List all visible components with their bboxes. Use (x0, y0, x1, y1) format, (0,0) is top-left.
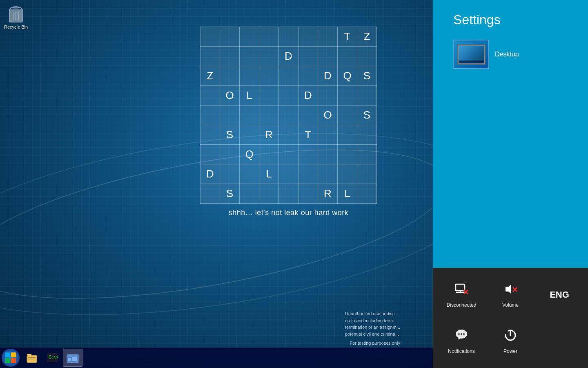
start-button[interactable] (2, 349, 20, 367)
puzzle-cell (338, 105, 357, 125)
puzzle-cell (357, 47, 377, 66)
puzzle-cell: L (240, 86, 259, 105)
puzzle-cell: D (298, 86, 318, 105)
warning-line3: termination of an assignm... (345, 325, 400, 330)
tray-volume[interactable]: Volume (498, 278, 523, 312)
desktop-tile[interactable]: Desktop (453, 40, 519, 69)
notifications-icon (454, 328, 469, 346)
puzzle-cell (279, 105, 298, 125)
puzzle-cell (338, 125, 357, 145)
warning-line4: potential civil and crimina... (345, 332, 399, 337)
puzzle-cell (240, 105, 259, 125)
puzzle-grid: TZDZDQSOLDOSSRTQDLSRL (200, 27, 377, 204)
puzzle-cell (240, 164, 259, 184)
puzzle-cell (279, 125, 298, 145)
tray-disconnected[interactable]: Disconnected (443, 278, 481, 312)
taskbar-filemanager[interactable] (63, 349, 82, 367)
puzzle-cell (338, 47, 357, 66)
svg-rect-18 (456, 284, 465, 291)
warning-line2: up to and including term... (345, 318, 397, 323)
puzzle-cell (200, 86, 220, 105)
settings-panel: Settings Desktop (433, 0, 588, 268)
puzzle-cell (298, 47, 318, 66)
puzzle-cell (338, 145, 357, 164)
puzzle-cell (240, 47, 259, 66)
puzzle-caption: shhh… let's not leak our hard work (200, 209, 377, 217)
puzzle-cell (357, 125, 377, 145)
puzzle-cell: O (318, 105, 338, 125)
puzzle-cell: D (279, 47, 298, 66)
svg-rect-7 (5, 358, 10, 363)
volume-icon (503, 282, 518, 300)
puzzle-cell: D (200, 164, 220, 184)
svg-rect-6 (11, 352, 16, 357)
puzzle-cell (240, 125, 259, 145)
puzzle-cell (338, 164, 357, 184)
desktop-tile-thumbnail (453, 40, 489, 69)
puzzle-cell (279, 145, 298, 164)
puzzle-cell (259, 47, 279, 66)
puzzle-cell: L (338, 184, 357, 204)
warning-line1: Unauthorized use or disc... (345, 311, 399, 316)
puzzle-cell (357, 164, 377, 184)
puzzle-cell: Z (200, 66, 220, 86)
desktop-tile-label: Desktop (495, 51, 519, 58)
svg-text:C:\>: C:\> (49, 355, 58, 359)
taskbar-explorer[interactable] (22, 349, 42, 367)
puzzle-cell (200, 47, 220, 66)
svg-rect-8 (11, 358, 16, 363)
puzzle-cell: S (357, 66, 377, 86)
puzzle-cell (240, 66, 259, 86)
tray-notifications[interactable]: Notifications (444, 324, 479, 358)
puzzle-cell (200, 184, 220, 204)
svg-point-29 (461, 333, 462, 335)
puzzle-cell (220, 145, 240, 164)
puzzle-cell (357, 184, 377, 204)
tray-language[interactable]: ENG (546, 285, 573, 304)
desktop: Recycle Bin TZDZDQSOLDOSSRTQDLSRL shhh… … (0, 0, 433, 368)
puzzle-cell (318, 86, 338, 105)
puzzle-cell: R (259, 125, 279, 145)
puzzle-container: TZDZDQSOLDOSSRTQDLSRL shhh… let's not le… (200, 27, 377, 217)
svg-rect-15 (67, 355, 72, 357)
tray-panel: Disconnected Volume ENG (433, 268, 588, 368)
taskbar-cmd[interactable]: C:\> (42, 349, 62, 367)
svg-rect-1 (13, 7, 18, 8)
puzzle-cell (259, 66, 279, 86)
puzzle-cell (318, 27, 338, 47)
tray-power[interactable]: Power (499, 324, 522, 358)
svg-rect-5 (5, 352, 10, 357)
svg-point-30 (463, 333, 465, 335)
puzzle-cell (259, 145, 279, 164)
puzzle-cell: Q (338, 66, 357, 86)
puzzle-cell: T (338, 27, 357, 47)
puzzle-cell: L (259, 164, 279, 184)
puzzle-cell (298, 105, 318, 125)
puzzle-cell: S (220, 184, 240, 204)
puzzle-cell (298, 184, 318, 204)
testing-label: For testing purposes only (350, 341, 400, 346)
puzzle-cell (279, 184, 298, 204)
taskbar: C:\> (0, 348, 433, 368)
puzzle-cell (200, 105, 220, 125)
puzzle-cell (220, 164, 240, 184)
puzzle-cell (298, 66, 318, 86)
puzzle-cell: Z (357, 27, 377, 47)
puzzle-cell: R (318, 184, 338, 204)
puzzle-cell (220, 27, 240, 47)
puzzle-cell (259, 27, 279, 47)
recycle-bin-icon[interactable]: Recycle Bin (4, 4, 28, 29)
puzzle-cell: O (220, 86, 240, 105)
puzzle-cell (200, 145, 220, 164)
puzzle-cell (279, 86, 298, 105)
puzzle-cell (240, 184, 259, 204)
puzzle-cell (200, 27, 220, 47)
language-label: ENG (550, 289, 569, 300)
puzzle-cell (259, 184, 279, 204)
puzzle-cell (200, 125, 220, 145)
svg-rect-17 (72, 357, 77, 361)
puzzle-cell (298, 164, 318, 184)
puzzle-cell (279, 27, 298, 47)
puzzle-cell (220, 66, 240, 86)
puzzle-cell: T (298, 125, 318, 145)
